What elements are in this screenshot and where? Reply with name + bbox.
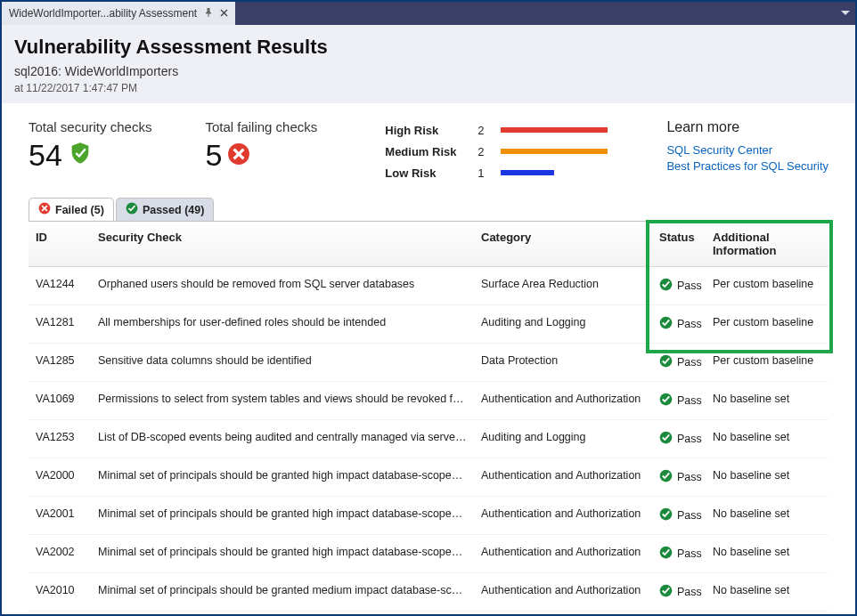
cell-id: VA2001 <box>29 497 91 534</box>
column-category[interactable]: Category <box>474 222 652 266</box>
x-circle-icon <box>38 202 51 217</box>
cell-id: VA1253 <box>29 420 91 458</box>
cell-status: Pass <box>652 497 706 534</box>
cell-security-check: Minimal set of principals should be gran… <box>91 497 474 534</box>
cell-security-check: Minimal set of principals should be gran… <box>91 535 474 572</box>
check-circle-icon <box>659 316 673 332</box>
cell-additional-info: No baseline set <box>706 497 828 534</box>
check-circle-icon <box>659 469 673 485</box>
target-label: sql2016: WideWorldImporters <box>14 64 843 78</box>
total-checks-label: Total security checks <box>29 119 151 134</box>
medium-risk-bar <box>501 149 608 154</box>
tab-menu-dropdown[interactable] <box>836 2 855 25</box>
cell-id: VA2020 <box>29 612 91 616</box>
table-row[interactable]: VA2001Minimal set of principals should b… <box>29 497 828 535</box>
cell-additional-info: Per custom baseline <box>706 267 828 304</box>
sql-security-center-link[interactable]: SQL Security Center <box>666 142 828 158</box>
low-risk-bar <box>501 170 554 175</box>
cell-security-check: Minimal set of principals should be gran… <box>91 612 474 616</box>
x-circle-icon <box>227 138 250 173</box>
medium-risk-label: Medium Risk <box>385 145 465 158</box>
cell-id: VA1285 <box>29 344 91 381</box>
cell-additional-info: Per custom baseline <box>706 305 828 343</box>
cell-id: VA2002 <box>29 535 91 572</box>
column-security-check[interactable]: Security Check <box>91 222 474 266</box>
check-circle-icon <box>126 202 138 217</box>
timestamp-label: at 11/22/2017 1:47:47 PM <box>14 82 843 94</box>
table-row[interactable]: VA1253List of DB-scoped events being aud… <box>29 420 828 458</box>
grid-header-row: ID Security Check Category Status Additi… <box>29 222 828 267</box>
cell-category: Authentication and Authorization <box>474 497 652 534</box>
cell-category: Authentication and Authorization <box>474 458 652 496</box>
table-row[interactable]: VA2000Minimal set of principals should b… <box>29 458 828 497</box>
learn-more-section: Learn more SQL Security Center Best Prac… <box>666 119 828 174</box>
total-checks-metric: Total security checks 54 <box>29 119 151 173</box>
cell-category: Surface Area Reduction <box>474 267 652 304</box>
cell-security-check: All memberships for user-defined roles s… <box>91 305 474 343</box>
cell-status: Pass <box>652 267 706 304</box>
check-circle-icon <box>659 507 673 523</box>
summary-section: Total security checks 54 Total failing c… <box>2 103 855 198</box>
cell-security-check: Minimal set of principals should be gran… <box>91 573 474 611</box>
low-risk-count: 1 <box>477 166 488 180</box>
document-tab[interactable]: WideWorldImporter...ability Assessment <box>2 2 235 25</box>
cell-id: VA1069 <box>29 382 91 419</box>
low-risk-label: Low Risk <box>385 166 465 180</box>
column-id[interactable]: ID <box>29 222 91 266</box>
passed-tab[interactable]: Passed (49) <box>116 198 214 221</box>
results-header: Vulnerability Assessment Results sql2016… <box>2 25 855 103</box>
cell-category: Authentication and Authorization <box>474 535 652 572</box>
cell-id: VA2000 <box>29 458 91 496</box>
table-row[interactable]: VA1244Orphaned users should be removed f… <box>29 267 828 305</box>
high-risk-bar <box>501 127 608 133</box>
cell-additional-info: No baseline set <box>706 458 828 496</box>
failing-checks-metric: Total failing checks 5 <box>205 119 317 173</box>
check-circle-icon <box>659 354 673 370</box>
passed-tab-label: Passed (49) <box>143 204 204 216</box>
result-tabs-bar: Failed (5) Passed (49) <box>2 198 855 221</box>
cell-id: VA1281 <box>29 305 91 343</box>
failing-checks-value: 5 <box>205 138 222 173</box>
page-title: Vulnerability Assessment Results <box>14 36 843 59</box>
table-row[interactable]: VA1281All memberships for user-defined r… <box>29 305 828 344</box>
cell-additional-info: No baseline set <box>706 535 828 572</box>
cell-security-check: Permissions to select from system tables… <box>91 382 474 419</box>
cell-additional-info: Per custom baseline <box>706 344 828 381</box>
cell-category: Authentication and Authorization <box>474 612 652 616</box>
cell-status: Pass <box>652 382 706 419</box>
best-practices-link[interactable]: Best Practices for SQL Security <box>666 158 828 174</box>
cell-category: Authentication and Authorization <box>474 382 652 419</box>
table-row[interactable]: VA1069Permissions to select from system … <box>29 382 828 420</box>
cell-additional-info: No baseline set <box>706 420 828 458</box>
cell-additional-info: No baseline set <box>706 573 828 611</box>
cell-additional-info: No baseline set <box>706 612 828 616</box>
check-circle-icon <box>659 546 673 562</box>
cell-status: Pass <box>652 344 706 381</box>
shield-icon <box>68 138 93 173</box>
learn-more-title: Learn more <box>666 119 828 135</box>
check-circle-icon <box>659 431 673 447</box>
table-row[interactable]: VA1285Sensitive data columns should be i… <box>29 344 828 382</box>
check-circle-icon <box>659 278 673 294</box>
pin-icon[interactable] <box>204 7 213 20</box>
cell-status: Pass <box>652 612 706 616</box>
total-checks-value: 54 <box>29 138 62 173</box>
results-grid: ID Security Check Category Status Additi… <box>29 221 828 616</box>
cell-security-check: Orphaned users should be removed from SQ… <box>91 267 474 304</box>
cell-security-check: Sensitive data columns should be identif… <box>91 344 474 381</box>
column-status[interactable]: Status <box>652 222 706 266</box>
cell-status: Pass <box>652 458 706 496</box>
table-row[interactable]: VA2020Minimal set of principals should b… <box>29 612 828 616</box>
cell-id: VA1244 <box>29 267 91 304</box>
high-risk-count: 2 <box>477 124 488 137</box>
failed-tab[interactable]: Failed (5) <box>29 198 114 221</box>
high-risk-label: High Risk <box>385 124 465 137</box>
document-tab-strip: WideWorldImporter...ability Assessment <box>2 2 855 25</box>
close-icon[interactable] <box>220 7 228 20</box>
cell-category: Data Protection <box>474 344 652 381</box>
check-circle-icon <box>659 584 673 600</box>
column-additional-info[interactable]: Additional Information <box>706 222 828 266</box>
table-row[interactable]: VA2002Minimal set of principals should b… <box>29 535 828 573</box>
table-row[interactable]: VA2010Minimal set of principals should b… <box>29 573 828 612</box>
cell-additional-info: No baseline set <box>706 382 828 419</box>
